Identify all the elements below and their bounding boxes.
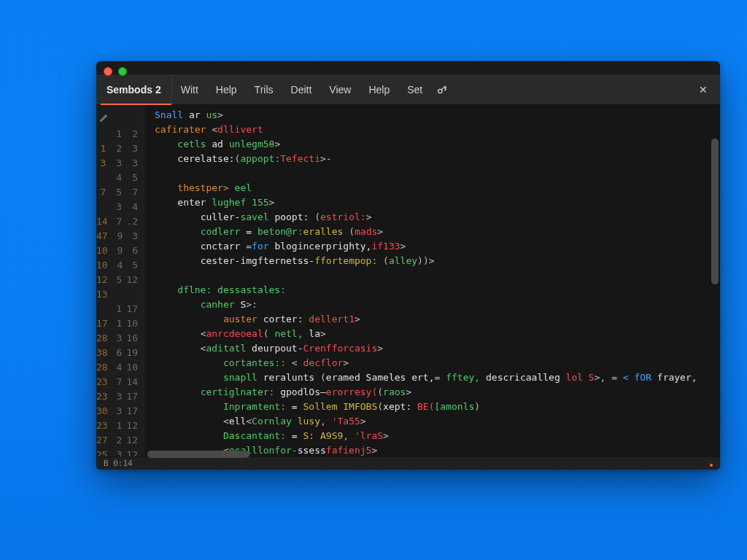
code-line[interactable]: cortantes:: < decflor>	[155, 356, 713, 370]
product-title: Sembods 2	[101, 74, 172, 104]
code-content[interactable]: Snall ar us>cafirater <dllivert cetls ad…	[144, 105, 720, 456]
menu-item-6[interactable]: Set	[398, 74, 431, 104]
gutter-row: 27212	[96, 433, 144, 448]
gutter-row: 1096	[96, 244, 144, 258]
gutter-row: 12512	[96, 273, 144, 287]
code-line[interactable]	[155, 268, 713, 283]
gutter-row: 23714	[96, 375, 144, 389]
code-line[interactable]: cafirater <dllivert	[155, 122, 713, 137]
gutter-row: 117	[96, 302, 144, 316]
vertical-scrollbar[interactable]	[711, 109, 719, 465]
code-line[interactable]: Inpramtent: = Sollem IMFOBS(xept: BE([am…	[155, 400, 713, 414]
gutter-row: 12	[96, 127, 144, 141]
menu-item-1[interactable]: Help	[207, 74, 246, 104]
gutter-row: 34	[96, 200, 144, 214]
window-close-button[interactable]: ✕	[692, 79, 714, 101]
code-line[interactable]: canher S>:	[155, 298, 713, 312]
traffic-lights	[104, 67, 127, 76]
status-indicator-dot	[710, 464, 713, 467]
gutter-row: 23317	[96, 389, 144, 404]
code-line[interactable]: <ell<Cornlay lusy, 'Ta55>	[155, 414, 713, 429]
cursor-position: B 0:14	[104, 459, 133, 468]
close-dot[interactable]	[104, 67, 112, 76]
gutter-row: 28410	[96, 360, 144, 375]
gutter-row: 4793	[96, 229, 144, 244]
gutter-row: 30317	[96, 404, 144, 419]
gutter-row: 38619	[96, 346, 144, 360]
horizontal-scrollbar[interactable]	[147, 451, 711, 458]
code-line[interactable]: cnctarr =for blogincerprighty,if133>	[155, 239, 713, 254]
gutter-row: 757	[96, 185, 144, 200]
menu-item-2[interactable]: Trils	[246, 74, 282, 104]
code-line[interactable]: <anrcdeoeal( netl, la>	[155, 327, 713, 341]
code-line[interactable]: culler-savel poopt: (estriol:>	[155, 210, 713, 225]
code-line[interactable]: codlerr = beton@r:eralles (mads>	[155, 225, 713, 239]
gutter-row: 1045	[96, 258, 144, 273]
pencil-icon	[96, 108, 112, 127]
horizontal-scrollbar-thumb[interactable]	[147, 451, 249, 458]
code-line[interactable]: cerelatse:(appopt:Tefecti>-	[155, 152, 713, 166]
code-line[interactable]: snapll reralunts (eramed Sameles ert,= f…	[155, 370, 713, 385]
editor-window: Sembods 2 Witt Help Trils Deitt View Hel…	[96, 61, 720, 470]
code-line[interactable]: <aditatl deurpout-Crenfforcasis>	[155, 341, 713, 356]
code-line[interactable]: thestper> eel	[155, 181, 713, 195]
editor-area: 121233334575734147.247931096104512512131…	[96, 105, 720, 470]
svg-point-0	[438, 89, 442, 93]
menu-item-4[interactable]: View	[320, 74, 360, 104]
gutter-row: 28316	[96, 331, 144, 346]
zoom-dot[interactable]	[118, 67, 127, 76]
gutter-row: 123	[96, 141, 144, 156]
close-icon: ✕	[699, 84, 708, 96]
gutter-row: 13	[96, 287, 144, 302]
code-line[interactable]: Dascantant: = S: A9S9, 'lraS>	[155, 429, 713, 443]
code-line[interactable]: enter lughef 155>	[155, 195, 713, 210]
code-line[interactable]: cester-imgfternetss-ffortempop: (alley))…	[155, 254, 713, 268]
gutter-row: 17110	[96, 316, 144, 331]
code-line[interactable]	[155, 166, 713, 181]
gutter-row: 333	[96, 156, 144, 171]
gutter-row: 25312	[96, 448, 144, 456]
menu-item-5[interactable]: Help	[360, 74, 398, 104]
code-line[interactable]: certiglnater: gpodlOs—erorresy((raos>	[155, 385, 713, 400]
gutter-row: 45	[96, 171, 144, 185]
gutter-row: 23112	[96, 419, 144, 433]
menu-item-3[interactable]: Deitt	[282, 74, 321, 104]
vertical-scrollbar-thumb[interactable]	[711, 139, 719, 284]
key-icon[interactable]	[431, 79, 453, 101]
line-gutter: 121233334575734147.247931096104512512131…	[96, 105, 144, 456]
code-line[interactable]: dflne: dessastales:	[155, 283, 713, 298]
code-line[interactable]: auster corter: dellert1>	[155, 312, 713, 327]
code-line[interactable]: cetls ad unlegm5θ>	[155, 137, 713, 152]
editor-scroll-view[interactable]: 121233334575734147.247931096104512512131…	[96, 105, 720, 456]
menubar: Sembods 2 Witt Help Trils Deitt View Hel…	[96, 74, 720, 105]
status-bar: B 0:14	[96, 456, 720, 470]
menu-item-0[interactable]: Witt	[172, 74, 207, 104]
code-line[interactable]: Snall ar us>	[155, 108, 713, 122]
gutter-row: 147.2	[96, 214, 144, 229]
